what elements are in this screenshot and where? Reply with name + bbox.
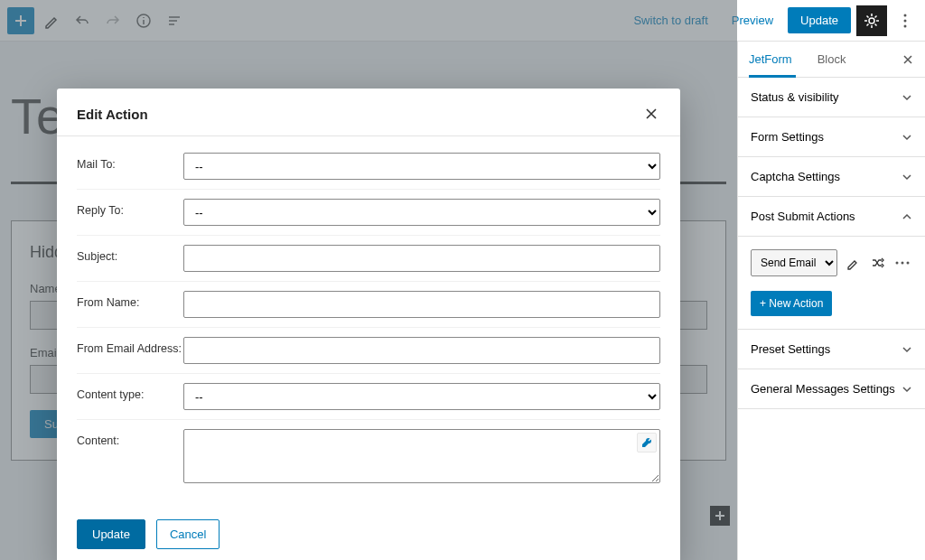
chevron-down-icon [902, 92, 912, 103]
from-name-label: From Name: [77, 291, 183, 309]
conditions-button[interactable] [868, 253, 888, 273]
svg-point-5 [896, 262, 899, 265]
svg-point-2 [904, 14, 907, 16]
kebab-icon [903, 14, 907, 28]
tab-block[interactable]: Block [818, 42, 850, 78]
content-textarea[interactable] [183, 429, 660, 483]
reply-to-label: Reply To: [77, 199, 183, 217]
panel-label: Form Settings [751, 130, 824, 144]
modal-overlay: Edit Action Mail To: -- Reply To: -- Sub… [0, 0, 737, 560]
modal-cancel-button[interactable]: Cancel [156, 519, 220, 549]
sidebar-close-button[interactable] [902, 53, 914, 66]
panel-label: Captcha Settings [751, 170, 840, 183]
settings-sidebar: JetForm Block Status & visibility Form S… [737, 42, 925, 560]
panel-label: Post Submit Actions [751, 210, 855, 223]
modal-title: Edit Action [77, 107, 148, 122]
settings-button[interactable] [856, 5, 887, 36]
panel-preset-settings[interactable]: Preset Settings [738, 330, 925, 369]
tab-jetform[interactable]: JetForm [749, 42, 796, 78]
pencil-icon [846, 256, 860, 270]
panel-label: General Messages Settings [751, 382, 895, 396]
row-mail-to: Mail To: -- [77, 144, 660, 190]
panel-label: Preset Settings [751, 342, 830, 356]
content-type-select[interactable]: -- [183, 383, 660, 410]
modal-footer: Update Cancel [57, 499, 680, 560]
from-name-input[interactable] [183, 291, 660, 318]
content-label: Content: [77, 429, 183, 447]
dots-icon [895, 261, 910, 265]
row-content-type: Content type: -- [77, 374, 660, 420]
content-type-label: Content type: [77, 383, 183, 401]
svg-point-4 [904, 24, 907, 27]
row-from-name: From Name: [77, 282, 660, 328]
from-email-label: From Email Address: [77, 337, 183, 355]
svg-point-1 [869, 18, 874, 23]
action-more-button[interactable] [892, 253, 912, 273]
update-button[interactable]: Update [788, 7, 851, 33]
modal-header: Edit Action [57, 89, 680, 136]
chevron-down-icon [902, 132, 912, 143]
row-from-email: From Email Address: [77, 328, 660, 374]
panel-form-settings[interactable]: Form Settings [738, 117, 925, 157]
from-email-input[interactable] [183, 337, 660, 364]
panel-label: Status & visibility [751, 90, 839, 104]
panel-captcha-settings[interactable]: Captcha Settings [738, 157, 925, 197]
subject-input[interactable] [183, 245, 660, 272]
row-reply-to: Reply To: -- [77, 190, 660, 236]
row-content: Content: [77, 420, 660, 496]
gear-icon [863, 12, 881, 30]
close-icon [644, 107, 659, 121]
new-action-button[interactable]: + New Action [751, 291, 832, 316]
modal-body: Mail To: -- Reply To: -- Subject: From N… [57, 136, 680, 499]
macros-button[interactable] [637, 433, 657, 453]
row-subject: Subject: [77, 236, 660, 282]
panel-body-post-submit: Send Email + New Action [738, 237, 925, 330]
edit-action-button[interactable] [843, 253, 863, 273]
modal-close-button[interactable] [642, 105, 660, 123]
panel-general-messages[interactable]: General Messages Settings [738, 369, 925, 409]
action-row: Send Email [751, 249, 912, 276]
mail-to-select[interactable]: -- [183, 153, 660, 180]
more-options-button[interactable] [892, 5, 918, 36]
svg-point-6 [902, 262, 904, 265]
subject-label: Subject: [77, 245, 183, 263]
svg-point-7 [907, 262, 910, 265]
sidebar-tabs: JetForm Block [738, 42, 925, 78]
action-type-select[interactable]: Send Email [751, 249, 837, 276]
chevron-down-icon [902, 344, 912, 355]
chevron-down-icon [902, 384, 912, 395]
edit-action-modal: Edit Action Mail To: -- Reply To: -- Sub… [57, 89, 680, 560]
chevron-up-icon [902, 211, 912, 222]
reply-to-select[interactable]: -- [183, 199, 660, 226]
panel-post-submit-actions[interactable]: Post Submit Actions [738, 197, 925, 237]
close-icon [902, 53, 914, 66]
panel-status-visibility[interactable]: Status & visibility [738, 78, 925, 117]
modal-update-button[interactable]: Update [77, 519, 145, 549]
mail-to-label: Mail To: [77, 153, 183, 171]
chevron-down-icon [902, 172, 912, 182]
shuffle-icon [871, 256, 885, 270]
wrench-icon [640, 436, 653, 449]
svg-point-3 [904, 19, 907, 22]
